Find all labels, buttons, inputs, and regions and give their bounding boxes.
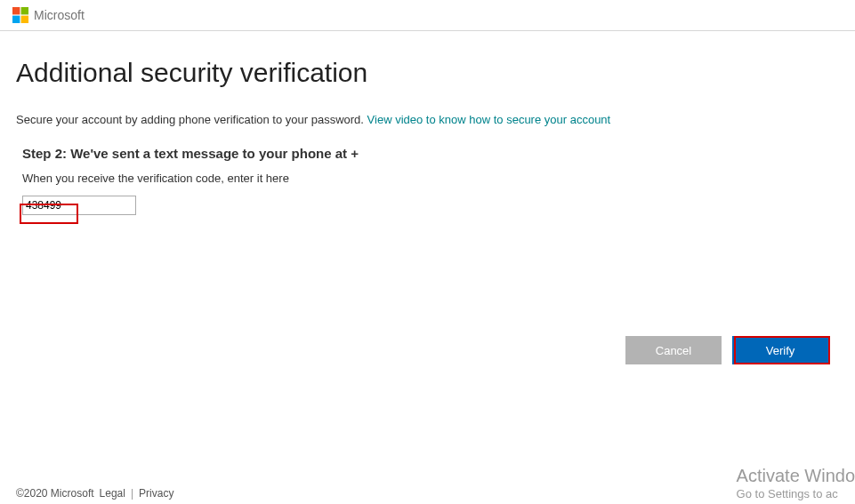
step-heading: Step 2: We've sent a text message to you… [22, 146, 839, 161]
footer: ©2020 Microsoft Legal | Privacy [16, 487, 179, 500]
microsoft-logo-icon [12, 7, 28, 23]
step-instruction: When you receive the verification code, … [22, 172, 839, 185]
action-buttons: Cancel Verify [625, 336, 828, 364]
view-video-link[interactable]: View video to know how to secure your ac… [367, 113, 611, 126]
page-title: Additional security verification [16, 58, 839, 88]
svg-rect-3 [21, 16, 28, 23]
brand-name: Microsoft [34, 8, 85, 22]
footer-divider: | [131, 487, 133, 500]
watermark-line1: Activate Windo [737, 464, 855, 487]
cancel-button[interactable]: Cancel [625, 336, 722, 364]
svg-rect-2 [12, 16, 20, 23]
footer-copyright: ©2020 Microsoft [16, 487, 94, 500]
verify-button[interactable]: Verify [732, 336, 828, 364]
subtitle: Secure your account by adding phone veri… [16, 113, 839, 126]
footer-privacy-link[interactable]: Privacy [139, 487, 173, 500]
main-content: Additional security verification Secure … [0, 31, 855, 215]
windows-activation-watermark: Activate Windo Go to Settings to ac [737, 464, 855, 502]
subtitle-text: Secure your account by adding phone veri… [16, 113, 367, 126]
header-bar: Microsoft [0, 0, 855, 31]
verification-code-input[interactable] [22, 196, 136, 215]
svg-rect-1 [21, 7, 28, 14]
watermark-line2: Go to Settings to ac [737, 487, 855, 502]
footer-legal-link[interactable]: Legal [100, 487, 125, 500]
svg-rect-0 [12, 7, 20, 14]
